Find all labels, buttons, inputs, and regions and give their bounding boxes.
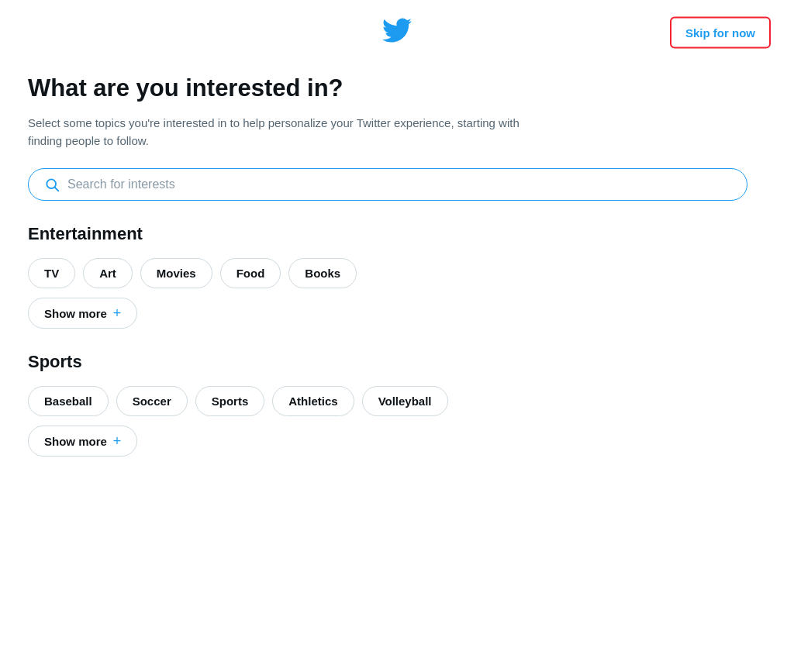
search-input[interactable] xyxy=(67,177,731,191)
sports-tags-row: Baseball Soccer Sports Athletics Volleyb… xyxy=(28,386,747,416)
plus-icon-sports: + xyxy=(113,434,122,448)
skip-for-now-button[interactable]: Skip for now xyxy=(670,17,771,49)
sports-show-more-label: Show more xyxy=(44,435,107,448)
entertainment-show-more-button[interactable]: Show more + xyxy=(28,298,137,329)
tag-tv[interactable]: TV xyxy=(28,258,75,288)
tag-sports[interactable]: Sports xyxy=(195,386,265,416)
main-content: What are you interested in? Select some … xyxy=(0,65,775,508)
svg-line-1 xyxy=(55,188,59,191)
search-container xyxy=(28,168,747,201)
tag-movies[interactable]: Movies xyxy=(140,258,212,288)
tag-athletics[interactable]: Athletics xyxy=(272,386,354,416)
entertainment-section: Entertainment TV Art Movies Food Books S… xyxy=(28,224,747,329)
page-description: Select some topics you're interested in … xyxy=(28,115,524,150)
sports-show-more-button[interactable]: Show more + xyxy=(28,426,137,457)
tag-baseball[interactable]: Baseball xyxy=(28,386,109,416)
entertainment-show-more-label: Show more xyxy=(44,307,107,320)
tag-soccer[interactable]: Soccer xyxy=(116,386,188,416)
tag-volleyball[interactable]: Volleyball xyxy=(362,386,448,416)
header: Skip for now xyxy=(0,0,794,65)
page-title: What are you interested in? xyxy=(28,73,747,104)
plus-icon: + xyxy=(113,306,122,320)
tag-food[interactable]: Food xyxy=(220,258,281,288)
tag-books[interactable]: Books xyxy=(288,258,357,288)
entertainment-section-title: Entertainment xyxy=(28,224,747,244)
sports-section: Sports Baseball Soccer Sports Athletics … xyxy=(28,352,747,457)
entertainment-tags-row: TV Art Movies Food Books xyxy=(28,258,747,288)
tag-art[interactable]: Art xyxy=(83,258,133,288)
twitter-logo xyxy=(382,16,412,50)
search-icon xyxy=(44,177,60,192)
sports-section-title: Sports xyxy=(28,352,747,372)
